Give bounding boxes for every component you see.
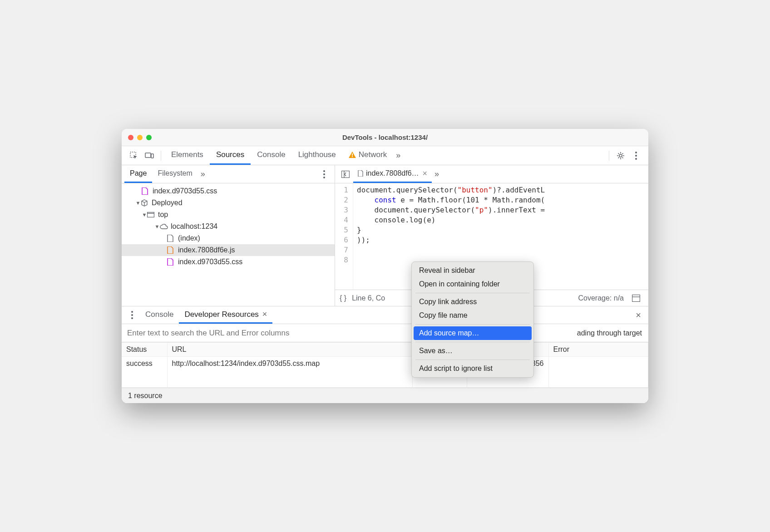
- cm-separator: [415, 293, 530, 293]
- svg-rect-12: [148, 212, 154, 217]
- col-url[interactable]: URL: [167, 343, 412, 357]
- tree-label: top: [158, 211, 168, 219]
- chevron-down-icon: ▼: [135, 200, 141, 206]
- maximize-window-button[interactable]: [146, 135, 152, 140]
- chevron-down-icon: ▼: [142, 212, 147, 217]
- tab-lighthouse[interactable]: Lighthouse: [292, 146, 342, 165]
- warning-icon: [349, 152, 356, 158]
- drawer-loading-label: ading through target: [571, 329, 648, 337]
- drawer-tab-close-icon[interactable]: ×: [262, 310, 267, 319]
- settings-icon[interactable]: [616, 151, 626, 161]
- file-tree: index.d9703d55.css ▼ Deployed ▼ top ▼ lo…: [122, 183, 335, 306]
- tree-label: index.d9703d55.css: [178, 258, 242, 266]
- svg-point-6: [635, 152, 637, 153]
- cell-error: [548, 357, 648, 388]
- drawer-body: ading through target Status URL Error su…: [122, 324, 648, 388]
- cm-open-containing-folder[interactable]: Open in containing folder: [412, 277, 533, 291]
- cell-url: http://localhost:1234/index.d9703d55.css…: [167, 357, 412, 388]
- pretty-print-icon[interactable]: { }: [340, 294, 346, 302]
- cm-save-as[interactable]: Save as…: [412, 344, 533, 358]
- drawer-tab-strip: Console Developer Resources × ×: [122, 306, 648, 324]
- main-tab-strip: Elements Sources Console Lighthouse Netw…: [122, 146, 648, 165]
- svg-rect-4: [352, 156, 353, 157]
- coverage-status: Coverage: n/a: [578, 294, 624, 302]
- cm-reveal-in-sidebar[interactable]: Reveal in sidebar: [412, 264, 533, 277]
- tree-domain[interactable]: ▼ localhost:1234: [122, 221, 335, 232]
- inspect-element-icon[interactable]: [129, 151, 139, 161]
- tree-file-css-top[interactable]: index.d9703d55.css: [122, 185, 335, 197]
- file-icon: [167, 235, 175, 242]
- editor-tabs: index.7808df6… × »: [335, 165, 648, 183]
- tree-label: Deployed: [152, 199, 183, 207]
- editor-tab-close-icon[interactable]: ×: [423, 169, 428, 178]
- resource-count: 1 resource: [128, 392, 163, 400]
- chevron-down-icon: ▼: [154, 224, 160, 229]
- svg-rect-2: [151, 154, 153, 158]
- svg-point-19: [131, 314, 133, 316]
- tab-elements[interactable]: Elements: [165, 146, 210, 165]
- svg-point-18: [131, 311, 133, 313]
- cm-separator: [415, 342, 530, 342]
- nav-tab-page[interactable]: Page: [124, 165, 152, 183]
- file-icon: [358, 170, 363, 177]
- svg-point-7: [635, 155, 637, 157]
- tab-network[interactable]: Network: [342, 146, 393, 165]
- tree-label: (index): [178, 234, 200, 242]
- cm-copy-link-address[interactable]: Copy link address: [412, 295, 533, 309]
- drawer-tab-developer-resources[interactable]: Developer Resources ×: [179, 306, 272, 324]
- svg-rect-3: [352, 153, 353, 156]
- tree-deployed[interactable]: ▼ Deployed: [122, 197, 335, 209]
- svg-rect-14: [342, 171, 350, 177]
- device-toolbar-icon[interactable]: [144, 151, 154, 161]
- cm-separator: [415, 324, 530, 325]
- traffic-lights: [128, 135, 152, 140]
- toggle-navigator-icon[interactable]: [341, 169, 350, 179]
- kebab-menu-icon[interactable]: [631, 151, 641, 161]
- table-row[interactable]: success http://localhost:1234/index.d970…: [122, 357, 648, 388]
- nav-kebab-icon[interactable]: [319, 169, 329, 179]
- tree-label: localhost:1234: [171, 222, 217, 231]
- svg-point-5: [619, 154, 622, 157]
- navigator-panel: Page Filesystem » index.d9703d55.css ▼ D…: [122, 165, 335, 306]
- minimize-window-button[interactable]: [137, 135, 143, 140]
- tab-console[interactable]: Console: [251, 146, 291, 165]
- drawer-tab-console[interactable]: Console: [140, 306, 179, 324]
- tree-file-css[interactable]: index.d9703d55.css: [122, 256, 335, 268]
- drawer-close-icon[interactable]: ×: [636, 310, 641, 320]
- nav-tab-filesystem[interactable]: Filesystem: [152, 165, 197, 183]
- file-css-icon: [167, 258, 175, 266]
- editor-more-tabs-chevron[interactable]: »: [432, 169, 442, 179]
- navigator-tabs: Page Filesystem »: [122, 165, 335, 183]
- tab-sources[interactable]: Sources: [210, 146, 251, 165]
- svg-point-8: [635, 158, 637, 160]
- tree-file-js[interactable]: index.7808df6e.js: [122, 244, 335, 256]
- drawer-search-row: ading through target: [122, 324, 648, 342]
- context-menu: Reveal in sidebar Open in containing fol…: [411, 261, 534, 378]
- col-error[interactable]: Error: [548, 343, 648, 357]
- svg-rect-16: [632, 295, 640, 301]
- tree-file-index[interactable]: (index): [122, 232, 335, 244]
- cell-status: success: [122, 357, 167, 388]
- file-css-icon: [142, 187, 150, 195]
- drawer-kebab-icon[interactable]: [127, 310, 137, 320]
- editor-tab-filename: index.7808df6…: [366, 169, 419, 177]
- devtools-window: DevTools - localhost:1234/ Elements Sour…: [122, 129, 648, 403]
- cube-icon: [141, 199, 149, 207]
- cm-copy-file-name[interactable]: Copy file name: [412, 309, 533, 322]
- cursor-position: Line 6, Co: [352, 294, 385, 302]
- editor-gutter: 1 2 3 4 5 6 7 8: [335, 183, 353, 290]
- nav-more-chevron[interactable]: »: [198, 169, 208, 179]
- more-tabs-chevron[interactable]: »: [393, 151, 403, 160]
- drawer-status-bar: 1 resource: [122, 388, 648, 403]
- editor-tab-active[interactable]: index.7808df6… ×: [353, 165, 432, 183]
- divider: [161, 151, 161, 161]
- close-window-button[interactable]: [128, 135, 133, 140]
- tree-top[interactable]: ▼ top: [122, 209, 335, 221]
- cm-add-to-ignore-list[interactable]: Add script to ignore list: [412, 362, 533, 375]
- tree-label: index.d9703d55.css: [153, 187, 217, 195]
- drawer-tab-label: Developer Resources: [184, 310, 258, 319]
- svg-point-10: [323, 173, 325, 175]
- cm-add-source-map[interactable]: Add source map…: [414, 326, 532, 340]
- col-status[interactable]: Status: [122, 343, 167, 357]
- sidebar-toggle-icon[interactable]: [631, 293, 641, 303]
